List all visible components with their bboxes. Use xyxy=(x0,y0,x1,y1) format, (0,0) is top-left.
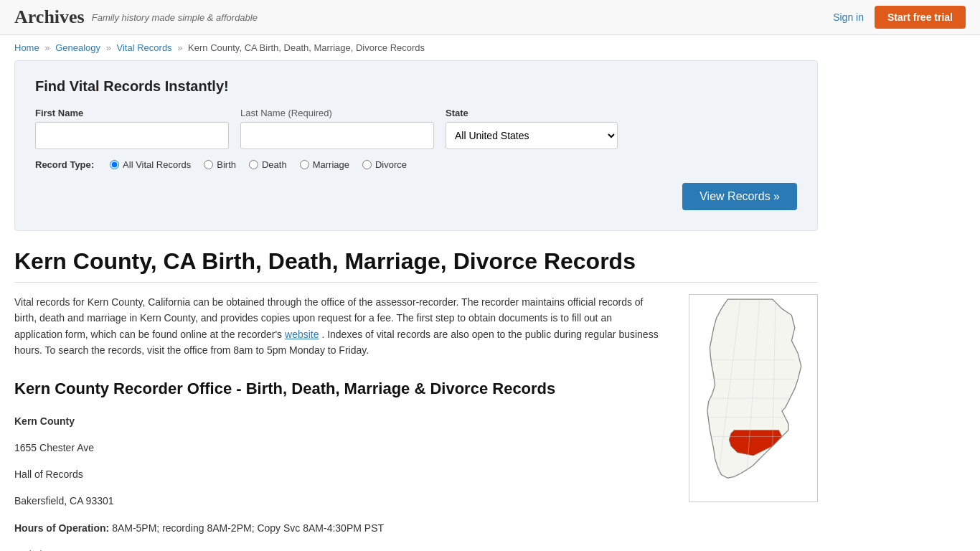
radio-death[interactable]: Death xyxy=(249,159,287,170)
record-type-row: Record Type: All Vital Records Birth Dea… xyxy=(35,159,797,170)
main-content: Find Vital Records Instantly! First Name… xyxy=(0,60,832,551)
radio-all-input[interactable] xyxy=(110,160,119,169)
california-svg xyxy=(689,294,818,502)
radio-death-input[interactable] xyxy=(249,160,258,169)
view-records-button[interactable]: View Records » xyxy=(682,183,797,210)
content-text: Vital records for Kern County, Californi… xyxy=(14,294,660,551)
map-svg-container xyxy=(689,294,818,504)
radio-marriage-input[interactable] xyxy=(300,160,309,169)
state-select[interactable]: All United States Alabama Alaska Arizona… xyxy=(446,122,618,149)
last-name-label: Last Name (Required) xyxy=(240,108,434,118)
radio-divorce-label: Divorce xyxy=(375,159,407,170)
header-right: Sign in Start free trial xyxy=(833,6,966,29)
breadcrumb: Home » Genealogy » Vital Records » Kern … xyxy=(0,35,980,60)
start-trial-button[interactable]: Start free trial xyxy=(875,6,966,29)
breadcrumb-sep2: » xyxy=(106,42,111,53)
radio-birth-label: Birth xyxy=(217,159,236,170)
office-address1: 1655 Chester Ave xyxy=(14,439,660,457)
header-left: Archives Family history made simple & af… xyxy=(14,6,258,28)
tagline: Family history made simple & affordable xyxy=(92,12,258,23)
radio-birth[interactable]: Birth xyxy=(204,159,236,170)
logo: Archives xyxy=(14,6,85,28)
record-type-label: Record Type: xyxy=(35,159,94,170)
state-label: State xyxy=(446,108,618,118)
page-title: Kern County, CA Birth, Death, Marriage, … xyxy=(14,248,818,283)
radio-birth-input[interactable] xyxy=(204,160,213,169)
radio-divorce[interactable]: Divorce xyxy=(362,159,407,170)
radio-all-label: All Vital Records xyxy=(123,159,191,170)
radio-marriage[interactable]: Marriage xyxy=(300,159,349,170)
office-info: Kern County 1655 Chester Ave Hall of Rec… xyxy=(14,413,660,551)
sign-in-link[interactable]: Sign in xyxy=(833,11,864,23)
form-bottom: View Records » xyxy=(35,183,797,210)
first-name-group: First Name xyxy=(35,108,229,149)
radio-divorce-input[interactable] xyxy=(362,160,372,169)
breadcrumb-sep3: » xyxy=(177,42,182,53)
content-area: Vital records for Kern County, Californi… xyxy=(14,294,818,551)
first-name-label: First Name xyxy=(35,108,229,118)
breadcrumb-home[interactable]: Home xyxy=(14,42,39,53)
website-link[interactable]: website xyxy=(285,329,319,340)
breadcrumb-vital-records[interactable]: Vital Records xyxy=(117,42,172,53)
last-name-group: Last Name (Required) xyxy=(240,108,434,149)
radio-group: All Vital Records Birth Death Marriage D… xyxy=(110,159,410,170)
radio-marriage-label: Marriage xyxy=(313,159,349,170)
breadcrumb-current: Kern County, CA Birth, Death, Marriage, … xyxy=(188,42,425,53)
form-row-names: First Name Last Name (Required) State Al… xyxy=(35,108,797,149)
office-address2: Hall of Records xyxy=(14,466,660,484)
office-name: Kern County xyxy=(14,415,75,427)
office-address3: Bakersfield, CA 93301 xyxy=(14,492,660,510)
search-title: Find Vital Records Instantly! xyxy=(35,78,797,95)
first-name-input[interactable] xyxy=(35,122,229,149)
search-box: Find Vital Records Instantly! First Name… xyxy=(14,60,818,231)
california-map xyxy=(674,294,818,551)
radio-death-label: Death xyxy=(262,159,287,170)
state-group: State All United States Alabama Alaska A… xyxy=(446,108,618,149)
breadcrumb-genealogy[interactable]: Genealogy xyxy=(55,42,100,53)
office-hours: Hours of Operation: 8AM-5PM; recording 8… xyxy=(14,519,660,537)
hours-label: Hours of Operation: xyxy=(14,522,109,534)
radio-all-vital[interactable]: All Vital Records xyxy=(110,159,191,170)
hours-value: 8AM-5PM; recording 8AM-2PM; Copy Svc 8AM… xyxy=(112,522,384,534)
recorder-heading: Kern County Recorder Office - Birth, Dea… xyxy=(14,376,660,401)
last-name-input[interactable] xyxy=(240,122,434,149)
breadcrumb-sep1: » xyxy=(44,42,50,53)
description-paragraph: Vital records for Kern County, Californi… xyxy=(14,294,660,359)
header: Archives Family history made simple & af… xyxy=(0,0,980,35)
